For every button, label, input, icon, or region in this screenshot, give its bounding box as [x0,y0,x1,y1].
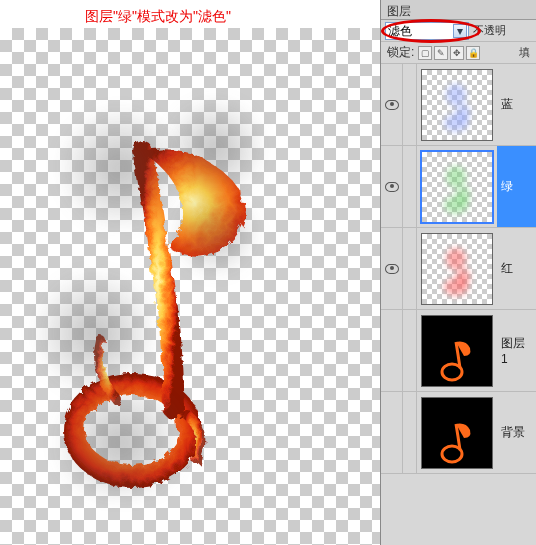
tutorial-annotation: 图层"绿"模式改为"滤色" [85,8,231,26]
layer-name[interactable]: 背景 [497,392,536,473]
fill-label: 填 [519,45,530,60]
eye-icon [385,100,399,110]
layer-visibility-toggle[interactable] [381,64,403,145]
panel-tab-layers[interactable]: 图层 [381,0,536,20]
lock-label: 锁定: [387,44,414,61]
layer-link-col[interactable] [403,64,417,145]
layer-visibility-toggle[interactable] [381,228,403,309]
lock-move-icon[interactable]: ✥ [450,46,464,60]
layer-visibility-toggle[interactable] [381,146,403,227]
layer-name[interactable]: 图层 1 [497,310,536,391]
opacity-label: 不透明 [473,23,506,38]
lock-transparent-icon[interactable]: ▢ [418,46,432,60]
layer-row[interactable]: 图层 1 [381,310,536,392]
layer-thumbnail[interactable] [421,69,493,141]
layer-row[interactable]: 红 [381,228,536,310]
document-canvas[interactable] [0,28,380,545]
layer-row[interactable]: 背景 [381,392,536,474]
transparency-grid [0,28,380,545]
chevron-down-icon: ▾ [453,24,467,38]
layer-name[interactable]: 红 [497,228,536,309]
layer-name[interactable]: 绿 [497,146,536,227]
lock-paint-icon[interactable]: ✎ [434,46,448,60]
layer-link-col[interactable] [403,392,417,473]
layer-link-col[interactable] [403,310,417,391]
layer-name[interactable]: 蓝 [497,64,536,145]
layer-visibility-toggle[interactable] [381,310,403,391]
layer-link-col[interactable] [403,228,417,309]
layer-thumbnail[interactable] [421,233,493,305]
layers-panel: 图层 滤色 ▾ 不透明 锁定: ▢ ✎ ✥ 🔒 填 蓝绿红图层 1背景 [380,0,536,545]
eye-icon [385,182,399,192]
layer-thumbnail[interactable] [421,151,493,223]
eye-icon [385,264,399,274]
layer-visibility-toggle[interactable] [381,392,403,473]
layer-row[interactable]: 绿 [381,146,536,228]
lock-buttons: ▢ ✎ ✥ 🔒 [418,46,480,60]
blend-mode-value: 滤色 [388,24,412,38]
layer-link-col[interactable] [403,146,417,227]
layer-list: 蓝绿红图层 1背景 [381,64,536,545]
layer-thumbnail[interactable] [421,315,493,387]
lock-all-icon[interactable]: 🔒 [466,46,480,60]
layer-thumbnail[interactable] [421,397,493,469]
blend-mode-select[interactable]: 滤色 ▾ [385,22,469,40]
layer-row[interactable]: 蓝 [381,64,536,146]
